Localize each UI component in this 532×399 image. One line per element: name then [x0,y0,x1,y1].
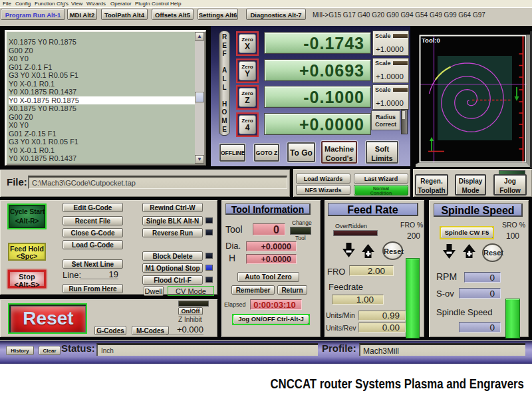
svg-text:Tool:0: Tool:0 [422,37,440,44]
